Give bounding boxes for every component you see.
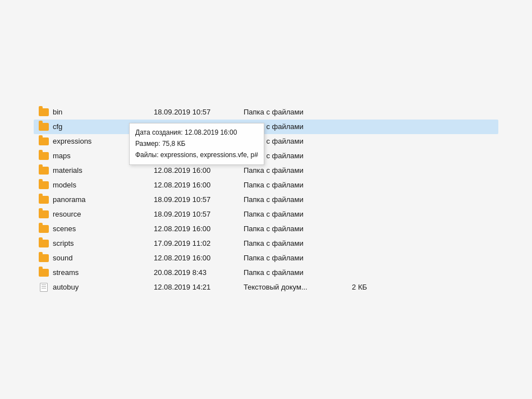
file-row-autobuy[interactable]: autobuy12.08.2019 14:21Текстовый докум..… xyxy=(34,280,498,295)
file-row-bin[interactable]: bin18.09.2019 10:57Папка с файлами xyxy=(34,105,498,120)
file-date: 12.08.2019 16:00 xyxy=(154,254,244,262)
file-row-materials[interactable]: materials12.08.2019 16:00Папка с файлами xyxy=(34,163,498,178)
file-name: sound xyxy=(53,254,154,262)
file-name: materials xyxy=(53,166,154,175)
file-row-expressions[interactable]: expressions12.08.2019 16:00Папка с файла… xyxy=(34,134,498,149)
file-type: Папка с файлами xyxy=(244,181,333,189)
tooltip-files: Файлы: expressions, expressions.vfe, р# xyxy=(135,149,258,160)
file-row-scripts[interactable]: scripts17.09.2019 11:02Папка с файлами xyxy=(34,236,498,251)
folder-icon xyxy=(38,180,49,190)
file-date: 18.09.2019 10:57 xyxy=(154,210,244,218)
file-row-resource[interactable]: resource18.09.2019 10:57Папка с файлами xyxy=(34,207,498,222)
folder-icon xyxy=(38,239,49,249)
folder-icon xyxy=(38,195,49,205)
file-name: streams xyxy=(53,268,154,277)
folder-icon xyxy=(38,209,49,219)
file-name: autobuy xyxy=(53,283,154,291)
file-type: Папка с файлами xyxy=(244,195,333,204)
folder-icon xyxy=(38,166,49,176)
file-list: bin18.09.2019 10:57Папка с файламиcfg17.… xyxy=(0,94,532,306)
folder-icon xyxy=(38,107,49,117)
file-name: models xyxy=(53,181,154,189)
folder-icon xyxy=(38,224,49,234)
file-date: 12.08.2019 16:00 xyxy=(154,224,244,233)
file-type: Папка с файлами xyxy=(244,224,333,233)
folder-icon xyxy=(38,253,49,263)
file-date: 17.09.2019 11:02 xyxy=(154,239,244,247)
file-row-models[interactable]: models12.08.2019 16:00Папка с файлами xyxy=(34,178,498,192)
file-row-streams[interactable]: streams20.08.2019 8:43Папка с файлами xyxy=(34,265,498,280)
file-type: Папка с файлами xyxy=(244,210,333,218)
file-explorer: bin18.09.2019 10:57Папка с файламиcfg17.… xyxy=(0,0,532,399)
file-date: 12.08.2019 16:00 xyxy=(154,166,244,175)
file-name: scripts xyxy=(53,239,154,247)
file-type: Папка с файлами xyxy=(244,108,333,116)
file-name: resource xyxy=(53,210,154,218)
folder-icon xyxy=(38,151,49,161)
folder-icon xyxy=(38,122,49,132)
file-date: 12.08.2019 16:00 xyxy=(154,181,244,189)
file-name: bin xyxy=(53,108,154,116)
file-row-panorama[interactable]: panorama18.09.2019 10:57Папка с файлами xyxy=(34,192,498,207)
file-type: Папка с файлами xyxy=(244,268,333,277)
file-type: Текстовый докум... xyxy=(244,283,333,291)
file-icon xyxy=(38,282,49,292)
file-row-cfg[interactable]: cfg17.09.2019 11:02Папка с файлами xyxy=(34,120,498,134)
file-row-scenes[interactable]: scenes12.08.2019 16:00Папка с файлами xyxy=(34,222,498,236)
file-type: Папка с файлами xyxy=(244,239,333,247)
file-row-maps[interactable]: maps12.08.2019 8:11Папка с файлами xyxy=(34,149,498,163)
file-type: Папка с файлами xyxy=(244,166,333,175)
file-name: scenes xyxy=(53,224,154,233)
folder-icon xyxy=(38,268,49,278)
file-date: 12.08.2019 14:21 xyxy=(154,283,244,291)
file-name: panorama xyxy=(53,195,154,204)
tooltip-created: Дата создания: 12.08.2019 16:00 xyxy=(135,127,258,138)
file-date: 18.09.2019 10:57 xyxy=(154,108,244,116)
file-type: Папка с файлами xyxy=(244,254,333,262)
file-date: 18.09.2019 10:57 xyxy=(154,195,244,204)
file-row-sound[interactable]: sound12.08.2019 16:00Папка с файлами xyxy=(34,251,498,265)
file-date: 20.08.2019 8:43 xyxy=(154,268,244,277)
folder-tooltip: Дата создания: 12.08.2019 16:00Размер: 7… xyxy=(129,123,264,165)
file-size: 2 КБ xyxy=(333,283,367,291)
tooltip-size: Размер: 75,8 КБ xyxy=(135,138,258,149)
folder-icon xyxy=(38,136,49,146)
